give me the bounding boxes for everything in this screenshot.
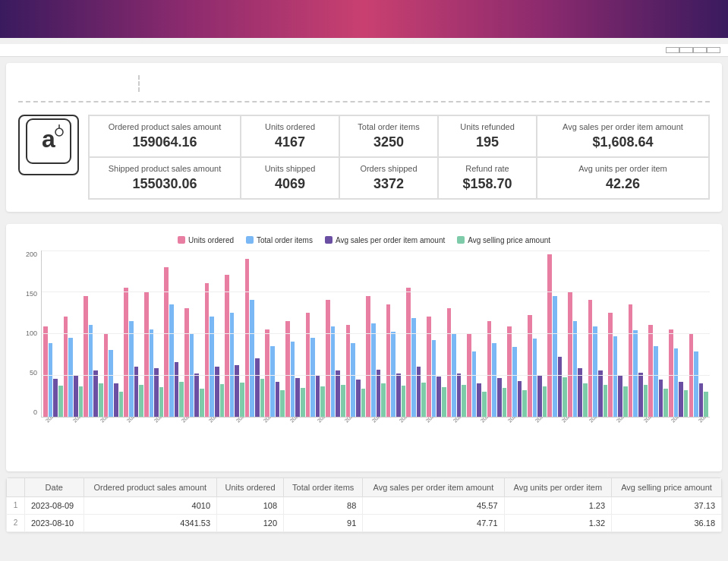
bar-group: [205, 251, 225, 417]
bar-group: [64, 251, 84, 417]
bar: [487, 321, 492, 417]
table-row: 12023-08-0940101088845.571.2337.13: [7, 496, 722, 514]
bar: [200, 389, 204, 416]
end-date-label: [693, 47, 707, 53]
bar: [84, 296, 88, 417]
bar-group: [124, 251, 143, 417]
legend-item: Units ordered: [178, 236, 234, 244]
kpi-grid: Ordered product sales amount159064.16Uni…: [88, 115, 710, 200]
bar: [205, 283, 210, 416]
bar: [109, 350, 113, 417]
bar: [49, 343, 53, 416]
kpi-cell: Avg sales per order item amount$1,608.64: [537, 115, 709, 157]
bar: [588, 300, 593, 416]
bar: [336, 370, 340, 416]
bar: [402, 386, 406, 417]
data-table: DateOrdered product sales amountUnits or…: [6, 477, 722, 532]
top-bar: [0, 0, 728, 38]
bar: [79, 386, 84, 416]
bar: [679, 382, 683, 417]
y-axis: 200 150 100 50 0: [18, 251, 37, 418]
bar: [618, 375, 622, 417]
bar: [497, 378, 502, 416]
bar: [377, 370, 381, 416]
bar: [427, 317, 431, 416]
table-cell: 88: [284, 496, 363, 514]
bar: [356, 380, 361, 416]
legend-dot: [246, 236, 254, 244]
table-card: DateOrdered product sales amountUnits or…: [6, 477, 722, 532]
bar: [452, 333, 456, 417]
bar-group: [406, 251, 426, 417]
bar: [260, 379, 265, 416]
bar: [53, 379, 58, 416]
bar: [644, 385, 648, 417]
bar: [89, 325, 93, 416]
bar: [154, 368, 159, 417]
bar: [129, 321, 134, 417]
x-labels-wrapper: 2023-08-092023-08-102023-08-112023-08-12…: [43, 418, 710, 459]
bar: [689, 333, 694, 417]
bar: [270, 346, 275, 417]
bar: [210, 317, 214, 416]
table-header: [7, 477, 25, 496]
bar: [406, 288, 411, 417]
bar: [472, 351, 477, 416]
legend-item: Avg sales per order item amount: [325, 236, 445, 244]
logo-area: [18, 75, 140, 92]
kpi-cell: Ordered product sales amount159064.16: [89, 115, 241, 157]
legend-item: Total order items: [246, 236, 313, 244]
bar: [351, 343, 355, 416]
bar: [623, 386, 628, 416]
bar: [558, 357, 563, 417]
bar: [391, 332, 396, 417]
bar: [150, 329, 154, 417]
bar: [119, 392, 124, 417]
bar: [533, 339, 537, 417]
bar: [447, 308, 452, 416]
chart-bars: [42, 251, 710, 417]
bar: [93, 370, 98, 416]
amazon-icon: a: [26, 118, 71, 171]
bar: [553, 296, 557, 417]
bar: [225, 275, 229, 416]
bar: [654, 346, 658, 417]
bar: [467, 333, 471, 417]
bar: [684, 390, 689, 417]
bar: [220, 384, 225, 417]
kpi-cell: Orders shipped3372: [339, 157, 438, 199]
bar: [457, 373, 462, 417]
bar-group: [588, 251, 608, 417]
start-date-value: [679, 47, 693, 53]
bar: [547, 254, 552, 417]
table-header: Ordered product sales amount: [84, 477, 217, 496]
bar: [295, 378, 300, 416]
bar: [104, 333, 109, 417]
bar: [608, 313, 613, 417]
chart-card: Units orderedTotal order itemsAvg sales …: [6, 224, 722, 471]
bar-group: [164, 251, 184, 417]
bar: [417, 367, 421, 417]
table-cell: 36.18: [612, 514, 722, 531]
bar: [432, 340, 436, 417]
table-cell: 47.71: [363, 514, 504, 531]
bar: [522, 390, 527, 417]
bar-group: [648, 251, 668, 417]
bar: [411, 318, 416, 416]
bar: [215, 367, 219, 417]
bar: [573, 321, 578, 417]
bar-group: [507, 251, 527, 417]
bar-group: [84, 251, 103, 417]
bar: [184, 308, 189, 416]
bar: [598, 370, 603, 416]
bar: [255, 358, 260, 417]
start-date-label: [666, 47, 679, 53]
bar-group: [144, 251, 164, 417]
bar: [280, 390, 285, 417]
bar: [265, 329, 269, 417]
table-cell: 1.23: [504, 496, 612, 514]
bar: [578, 368, 582, 417]
end-date-value: [707, 47, 720, 53]
bar: [194, 373, 199, 417]
legend-dot: [325, 236, 332, 244]
